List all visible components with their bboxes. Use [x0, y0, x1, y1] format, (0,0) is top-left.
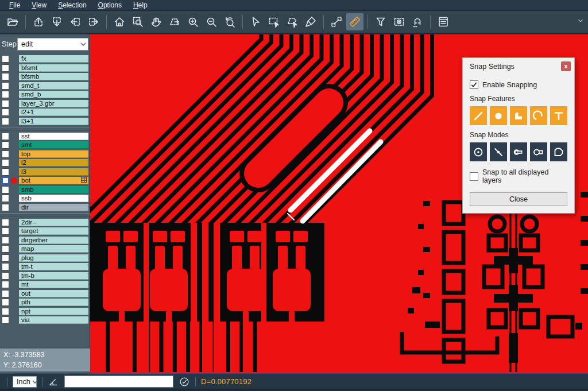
layer-label-l3+1[interactable]: l3+1 — [19, 118, 88, 125]
layer-checkbox-dir[interactable] — [2, 204, 9, 211]
pan-hand-button[interactable] — [148, 13, 165, 30]
layer-label-layer_3.gbr[interactable]: layer_3.gbr — [19, 100, 88, 107]
snap-mode-center-button[interactable] — [470, 142, 487, 161]
layer-checkbox-via[interactable] — [2, 316, 9, 324]
layer-label-smd_b[interactable]: smd_b — [19, 91, 88, 98]
zoom-polygon-button[interactable] — [166, 13, 183, 30]
layer-checkbox-smb[interactable] — [2, 186, 9, 193]
layer-label-tm-b[interactable]: tm-b — [19, 272, 88, 280]
layer-label-fx[interactable]: fx — [19, 55, 88, 63]
layer-label-via[interactable]: via — [19, 316, 88, 324]
pan-left-button[interactable] — [67, 13, 84, 30]
view-options-button[interactable] — [390, 13, 408, 30]
toolbar-overflow-chevron-icon[interactable] — [577, 17, 585, 27]
layer-checkbox-l3[interactable] — [2, 168, 9, 176]
layer-label-npt[interactable]: npt — [19, 308, 88, 315]
select-button[interactable] — [247, 13, 264, 30]
clean-button[interactable] — [302, 13, 319, 30]
step-select[interactable]: edit — [17, 38, 88, 51]
menu-options[interactable]: Options — [92, 0, 127, 10]
layer-label-smd_t[interactable]: smd_t — [19, 82, 88, 90]
layer-label-tm-t[interactable]: tm-t — [19, 263, 88, 270]
layer-checkbox-mt[interactable] — [2, 281, 9, 288]
snap-feature-line-button[interactable] — [470, 106, 487, 125]
select-rectangle-button[interactable] — [265, 13, 283, 30]
snap-mode-pad-outline-button[interactable] — [530, 142, 547, 161]
select-polygon-button[interactable] — [284, 13, 301, 30]
close-icon[interactable]: x — [561, 61, 571, 71]
layer-label-out[interactable]: out — [19, 290, 88, 297]
layer-label-mt[interactable]: mt — [19, 281, 88, 288]
layer-checkbox-bot[interactable] — [2, 177, 9, 184]
pcb-canvas[interactable]: Snap Settings x Enable Snapping Snap Fea… — [90, 34, 588, 373]
angle-measure-icon[interactable] — [48, 376, 59, 388]
layer-checkbox-map[interactable] — [2, 245, 9, 253]
layer-label-dir[interactable]: dir — [19, 204, 88, 211]
layer-label-plug[interactable]: plug — [19, 254, 88, 262]
snap-dialog-titlebar[interactable]: Snap Settings x — [463, 58, 574, 73]
snap-feature-circle-button[interactable] — [490, 106, 507, 125]
layer-checkbox-layer_3.gbr[interactable] — [2, 100, 9, 107]
layer-checkbox-ssb[interactable] — [2, 195, 9, 202]
snap-feature-surface-button[interactable] — [510, 106, 527, 125]
zoom-in-button[interactable] — [184, 13, 202, 30]
layer-checkbox-l3+1[interactable] — [2, 118, 9, 125]
enable-snapping-row[interactable]: Enable Snapping — [470, 80, 567, 89]
layer-label-smt[interactable]: smt — [19, 141, 88, 149]
layer-label-target[interactable]: target — [19, 227, 88, 235]
layer-checkbox-2dir--[interactable] — [2, 219, 9, 226]
layer-checkbox-pth[interactable] — [2, 299, 9, 306]
menu-view[interactable]: View — [26, 0, 52, 10]
filter-button[interactable] — [372, 13, 389, 30]
layer-checkbox-sst[interactable] — [2, 133, 9, 140]
layer-checkbox-plug[interactable] — [2, 254, 9, 262]
layer-label-bfsmb[interactable]: bfsmb — [19, 73, 88, 80]
enable-snapping-checkbox[interactable] — [470, 80, 478, 89]
layer-checkbox-tm-t[interactable] — [2, 263, 9, 270]
snap-button[interactable] — [409, 13, 426, 30]
layer-label-2dir--[interactable]: 2dir-- — [19, 219, 88, 226]
layer-checkbox-tm-b[interactable] — [2, 272, 9, 280]
report-button[interactable] — [435, 13, 452, 30]
zoom-window-button[interactable] — [129, 13, 146, 30]
pan-down-button[interactable] — [48, 13, 65, 30]
layer-label-ssb[interactable]: ssb — [19, 195, 88, 202]
layer-checkbox-smt[interactable] — [2, 141, 9, 149]
layer-label-l2+1[interactable]: l2+1 — [19, 109, 88, 116]
snap-feature-text-button[interactable] — [550, 106, 567, 125]
layer-label-bfsmt[interactable]: bfsmt — [19, 64, 88, 72]
layer-label-top[interactable]: top — [19, 150, 88, 158]
apply-check-icon[interactable] — [179, 376, 190, 388]
layer-checkbox-l2+1[interactable] — [2, 109, 9, 116]
layer-label-l2[interactable]: l2 — [19, 159, 88, 167]
layer-checkbox-bfsmt[interactable] — [2, 64, 9, 72]
layer-label-bot[interactable]: bot — [19, 177, 88, 184]
zoom-previous-button[interactable] — [221, 13, 238, 30]
snap-close-button[interactable]: Close — [470, 192, 567, 206]
layer-checkbox-smd_b[interactable] — [2, 91, 9, 98]
layer-checkbox-smd_t[interactable] — [2, 82, 9, 90]
layer-checkbox-dirgerber[interactable] — [2, 237, 9, 244]
layer-checkbox-target[interactable] — [2, 227, 9, 235]
menu-selection[interactable]: Selection — [52, 0, 92, 10]
layer-checkbox-bfsmb[interactable] — [2, 73, 9, 80]
pan-up-button[interactable] — [30, 13, 47, 30]
snap-all-layers-row[interactable]: Snap to all displayed layers — [470, 168, 567, 184]
layer-checkbox-npt[interactable] — [2, 308, 9, 315]
measure-input[interactable] — [64, 375, 173, 388]
layer-checkbox-top[interactable] — [2, 150, 9, 158]
layer-label-map[interactable]: map — [19, 245, 88, 253]
zoom-out-button[interactable] — [203, 13, 220, 30]
layer-label-pth[interactable]: pth — [19, 299, 88, 306]
snap-all-layers-checkbox[interactable] — [470, 172, 478, 181]
layer-label-smb[interactable]: smb — [19, 186, 88, 193]
layer-checkbox-out[interactable] — [2, 290, 9, 297]
measure-button[interactable] — [328, 13, 345, 30]
open-button[interactable] — [4, 13, 21, 30]
snap-feature-arc-button[interactable] — [530, 106, 547, 125]
layer-checkbox-fx[interactable] — [2, 55, 9, 63]
layer-checkbox-l2[interactable] — [2, 159, 9, 167]
snap-mode-outline-button[interactable] — [550, 142, 567, 161]
snap-mode-midpoint-button[interactable] — [490, 142, 507, 161]
layer-label-sst[interactable]: sst — [19, 133, 88, 140]
